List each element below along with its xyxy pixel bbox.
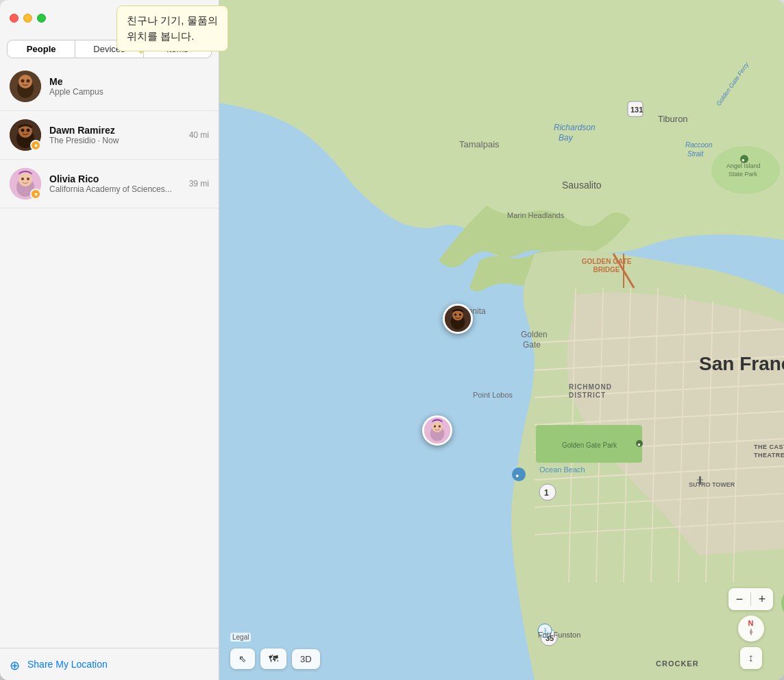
map-pin-dawn[interactable]: [443, 304, 473, 334]
svg-point-9: [27, 129, 30, 132]
locate-button[interactable]: ⇖: [230, 648, 255, 669]
people-list: Me Apple Campus: [0, 62, 219, 648]
svg-point-3: [21, 80, 25, 83]
svg-point-2: [19, 75, 32, 88]
legal-label[interactable]: Legal: [230, 633, 251, 642]
avatar-wrap-dawn: ★: [10, 119, 41, 151]
map-style-button[interactable]: 🗺: [260, 648, 286, 669]
avatar-wrap-olivia: ★: [10, 168, 41, 199]
svg-point-99: [454, 313, 456, 315]
map-svg: Golden Gate Park ● McLaren Park Angel Is…: [219, 0, 784, 680]
svg-text:Golden: Golden: [521, 330, 548, 339]
map-area[interactable]: Golden Gate Park ● McLaren Park Angel Is…: [219, 0, 784, 680]
person-item-me[interactable]: Me Apple Campus: [0, 62, 219, 111]
tab-people[interactable]: People: [7, 40, 75, 58]
main-area: People Devices Items: [0, 0, 784, 680]
svg-text:CROCKER: CROCKER: [656, 659, 699, 668]
person-item-dawn[interactable]: ★ Dawn Ramirez The Presidio · Now 40 mi: [0, 111, 219, 160]
svg-text:●: ●: [742, 157, 745, 163]
map-controls-left: ⇖ 🗺 3D: [230, 648, 320, 669]
close-button[interactable]: [10, 14, 19, 23]
svg-point-13: [21, 178, 24, 180]
svg-point-105: [439, 425, 441, 427]
svg-point-12: [19, 173, 32, 186]
svg-point-14: [27, 178, 29, 180]
compass-display: N: [746, 619, 756, 639]
track-heading-button[interactable]: ↕: [740, 647, 762, 669]
zoom-in-button[interactable]: +: [751, 588, 773, 610]
svg-text:●: ●: [637, 441, 641, 448]
svg-text:Gate: Gate: [523, 340, 541, 350]
person-name-me: Me: [49, 76, 209, 87]
traffic-lights: [10, 14, 46, 23]
locate-icon: ⇖: [238, 653, 247, 664]
person-location-olivia: California Academy of Sciences...: [49, 184, 181, 194]
svg-text:Raccoon: Raccoon: [685, 141, 713, 149]
star-badge-olivia: ★: [30, 189, 41, 199]
svg-text:BRIDGE: BRIDGE: [593, 266, 620, 274]
avatar-pin-dawn: [443, 304, 473, 334]
svg-point-104: [434, 425, 436, 427]
map-pin-olivia[interactable]: [422, 415, 452, 446]
share-location-label: Share My Location: [27, 659, 108, 670]
svg-text:State Park: State Park: [728, 171, 758, 178]
svg-point-103: [432, 422, 443, 433]
svg-marker-107: [750, 629, 752, 635]
svg-text:●: ●: [515, 472, 519, 479]
avatar-pin-olivia: [422, 415, 452, 446]
zoom-out-button[interactable]: −: [728, 588, 750, 610]
compass-arrow-icon: [746, 627, 756, 637]
person-distance-dawn: 40 mi: [189, 130, 209, 140]
svg-text:Golden Gate Park: Golden Gate Park: [562, 441, 617, 449]
share-location-icon: ⊕: [10, 658, 22, 670]
svg-text:Point Lobos: Point Lobos: [473, 391, 513, 399]
svg-text:THEATRE: THEATRE: [754, 452, 784, 459]
maximize-button[interactable]: [37, 14, 46, 23]
svg-text:Marin Headlands: Marin Headlands: [507, 211, 565, 219]
map-icon: 🗺: [269, 653, 278, 664]
tooltip-line1: 친구나 기기, 물품의: [127, 14, 218, 26]
minimize-button[interactable]: [23, 14, 32, 23]
person-name-dawn: Dawn Ramirez: [49, 125, 181, 136]
svg-text:GOLDEN GATE: GOLDEN GATE: [582, 258, 632, 265]
3d-button[interactable]: 3D: [292, 649, 320, 669]
svg-text:Ocean Beach: Ocean Beach: [539, 465, 585, 474]
svg-text:DISTRICT: DISTRICT: [569, 391, 606, 399]
svg-text:Strait: Strait: [687, 150, 705, 158]
svg-text:131: 131: [630, 106, 643, 114]
compass-north: N: [746, 619, 756, 627]
svg-text:SUTRO TOWER: SUTRO TOWER: [689, 481, 735, 488]
zoom-plus-label: +: [759, 592, 766, 607]
svg-point-100: [459, 313, 461, 315]
person-location-me: Apple Campus: [49, 87, 209, 97]
compass-button[interactable]: N: [738, 616, 764, 642]
sidebar-footer[interactable]: ⊕ Share My Location: [0, 648, 219, 680]
avatar-me: [10, 71, 41, 102]
find-my-window: 친구나 기기, 물품의 위치를 봅니다. People Devices: [0, 0, 784, 680]
person-name-olivia: Olivia Rico: [49, 173, 181, 184]
zoom-minus-label: −: [736, 592, 744, 607]
map-controls-right: − + N ↕: [728, 588, 773, 669]
person-info-me: Me Apple Campus: [49, 76, 209, 97]
svg-rect-90: [699, 476, 701, 485]
tooltip: 친구나 기기, 물품의 위치를 봅니다.: [117, 5, 228, 51]
svg-text:Sausalito: Sausalito: [562, 180, 602, 191]
svg-text:1: 1: [544, 488, 549, 498]
svg-text:Richardson: Richardson: [554, 123, 596, 132]
svg-text:San Francisco: San Francisco: [699, 353, 784, 374]
svg-point-4: [27, 80, 30, 83]
person-location-dawn: The Presidio · Now: [49, 136, 181, 145]
svg-point-8: [21, 129, 25, 132]
svg-text:RICHMOND: RICHMOND: [569, 383, 612, 391]
person-item-olivia[interactable]: ★ Olivia Rico California Academy of Scie…: [0, 160, 219, 208]
svg-point-37: [711, 146, 780, 194]
person-info-olivia: Olivia Rico California Academy of Scienc…: [49, 173, 181, 194]
svg-text:Tiburon: Tiburon: [658, 114, 688, 124]
svg-text:Bay: Bay: [559, 133, 574, 143]
avatar-wrap-me: [10, 71, 41, 102]
svg-text:THE CASTRO: THE CASTRO: [754, 444, 784, 450]
zoom-controls: − +: [728, 588, 773, 610]
tooltip-line2: 위치를 봅니다.: [127, 30, 194, 42]
sidebar: People Devices Items: [0, 0, 219, 680]
star-badge-dawn: ★: [30, 140, 41, 151]
